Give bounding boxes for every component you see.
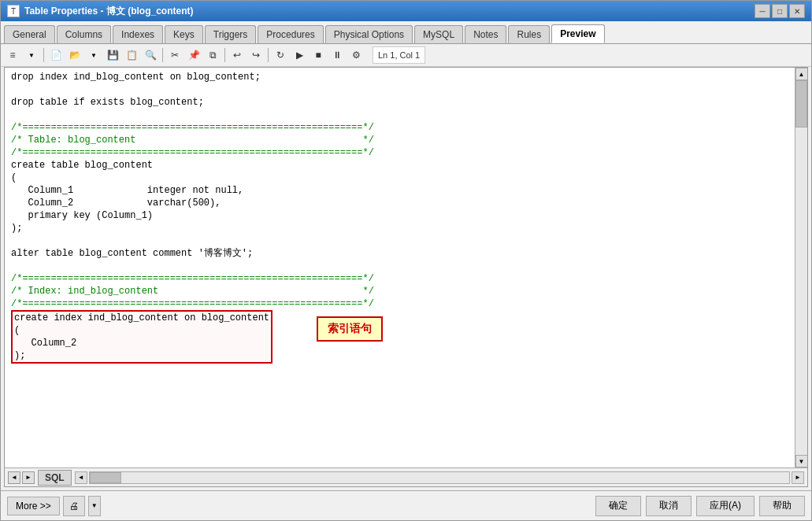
copy-button[interactable]: 📋 (123, 46, 140, 64)
apply-button[interactable]: 应用(A) (696, 496, 755, 516)
bottom-tab-bar: ◄ ► SQL ◄ ► (5, 467, 807, 486)
code-line-15: alter table blog_content comment '博客博文'; (11, 247, 788, 260)
redo-button[interactable]: ↪ (247, 46, 265, 64)
save-button[interactable]: 💾 (104, 46, 121, 64)
code-line-21: ( (14, 324, 269, 337)
index-region: create index ind_blog_content on blog_co… (11, 310, 273, 364)
tab-procedures[interactable]: Procedures (258, 25, 323, 43)
refresh-button[interactable]: ↻ (272, 46, 289, 64)
tab-bar: General Columns Indexes Keys Triggers Pr… (1, 21, 811, 44)
scroll-up-button[interactable]: ▲ (795, 68, 808, 80)
new-button[interactable]: 📄 (47, 46, 65, 64)
code-line-23: ); (14, 349, 269, 362)
maximize-button[interactable]: □ (772, 4, 788, 18)
footer-left: More >> 🖨 ▼ (7, 496, 101, 516)
footer-bar: More >> 🖨 ▼ 确定 取消 应用(A) 帮助 (1, 490, 811, 520)
horizontal-scrollbar[interactable] (89, 471, 790, 484)
step-button[interactable]: ⏸ (328, 46, 346, 64)
window-title: Table Properties - 博文 (blog_content) (24, 5, 193, 18)
print-button[interactable]: 🖨 (63, 496, 85, 516)
tab-nav-left-button[interactable]: ◄ (8, 471, 20, 484)
cancel-button[interactable]: 取消 (646, 496, 691, 516)
app-icon: T (7, 5, 20, 17)
tab-notes[interactable]: Notes (465, 25, 506, 43)
tab-mysql[interactable]: MySQL (414, 25, 463, 43)
tab-physical-options[interactable]: Physical Options (325, 25, 413, 43)
confirm-button[interactable]: 确定 (595, 496, 641, 516)
tab-triggers[interactable]: Triggers (205, 25, 257, 43)
tab-nav-buttons: ◄ ► (8, 471, 35, 484)
more-button[interactable]: More >> (7, 497, 60, 515)
code-line-12: primary key (Column_1) (11, 209, 788, 222)
title-bar-left: T Table Properties - 博文 (blog_content) (7, 5, 193, 18)
code-line-1: drop index ind_blog_content on blog_cont… (11, 71, 788, 83)
run-button[interactable]: ▶ (291, 46, 308, 64)
code-editor[interactable]: drop index ind_blog_content on blog_cont… (5, 68, 795, 467)
help-button[interactable]: 帮助 (759, 496, 805, 516)
index-highlight-box: create index ind_blog_content on blog_co… (11, 310, 273, 364)
tab-keys[interactable]: Keys (165, 25, 203, 43)
vertical-scrollbar[interactable]: ▲ ▼ (795, 68, 807, 467)
open-button[interactable]: 📂 (66, 46, 83, 64)
title-bar: T Table Properties - 博文 (blog_content) ─… (1, 1, 811, 21)
tab-nav-right-button[interactable]: ► (22, 471, 35, 484)
toolbar-separator-1 (43, 48, 44, 62)
code-padding (11, 364, 788, 467)
code-line-3: drop table if exists blog_content; (11, 96, 788, 109)
code-line-6: /* Table: blog_content */ (11, 134, 788, 146)
h-scroll-left-button[interactable]: ◄ (75, 471, 87, 484)
main-window: T Table Properties - 博文 (blog_content) ─… (0, 0, 812, 521)
find-button[interactable]: 🔍 (142, 46, 159, 64)
print-dropdown[interactable]: ▼ (88, 496, 101, 516)
editor-area: drop index ind_blog_content on blog_cont… (5, 68, 807, 467)
tab-indexes[interactable]: Indexes (113, 25, 163, 43)
tab-preview[interactable]: Preview (551, 24, 604, 43)
sql-tab[interactable]: SQL (38, 470, 72, 486)
code-line-19: /*======================================… (11, 297, 788, 310)
code-line-4 (11, 109, 788, 121)
toolbar: ≡ ▼ 📄 📂 ▼ 💾 📋 🔍 ✂ 📌 ⧉ ↩ ↪ ↻ ▶ ■ ⏸ ⚙ Ln 1… (1, 44, 811, 67)
toolbar-separator-4 (268, 48, 269, 62)
scroll-thumb[interactable] (795, 80, 807, 127)
code-line-5: /*======================================… (11, 121, 788, 134)
code-line-20: create index ind_blog_content on blog_co… (14, 312, 269, 324)
undo-button[interactable]: ↩ (228, 46, 246, 64)
paste-button[interactable]: 📌 (185, 46, 202, 64)
code-line-10: Column_1 integer not null, (11, 184, 788, 197)
align-dropdown[interactable]: ▼ (23, 46, 40, 64)
minimize-button[interactable]: ─ (755, 4, 770, 18)
tab-rules[interactable]: Rules (508, 25, 550, 43)
code-line-9: ( (11, 172, 788, 184)
cursor-position: Ln 1, Col 1 (373, 46, 425, 64)
callout-box: 索引语句 (317, 316, 383, 342)
scroll-track[interactable] (795, 80, 807, 455)
cut-button[interactable]: ✂ (166, 46, 184, 64)
debug-button[interactable]: ⚙ (347, 46, 365, 64)
copy2-button[interactable]: ⧉ (204, 46, 221, 64)
main-content: drop index ind_blog_content on blog_cont… (4, 67, 808, 487)
code-line-18: /* Index: ind_blog_content */ (11, 285, 788, 297)
tab-general[interactable]: General (4, 25, 55, 43)
close-button[interactable]: ✕ (789, 4, 805, 18)
toolbar-separator-2 (162, 48, 163, 62)
code-line-22: Column_2 (14, 337, 269, 349)
toolbar-separator-3 (224, 48, 225, 62)
h-scroll-thumb (90, 472, 121, 483)
code-line-16 (11, 260, 788, 272)
scroll-down-button[interactable]: ▼ (795, 455, 808, 467)
code-line-11: Column_2 varchar(500), (11, 197, 788, 209)
code-line-17: /*======================================… (11, 272, 788, 285)
align-left-button[interactable]: ≡ (4, 46, 21, 64)
code-line-7: /*======================================… (11, 146, 788, 159)
open-dropdown[interactable]: ▼ (85, 46, 102, 64)
footer-right: 确定 取消 应用(A) 帮助 (595, 496, 805, 516)
h-scroll-right-button[interactable]: ► (792, 471, 804, 484)
stop-button[interactable]: ■ (310, 46, 327, 64)
tab-columns[interactable]: Columns (57, 25, 111, 43)
code-line-8: create table blog_content (11, 159, 788, 172)
code-line-14 (11, 235, 788, 247)
code-line-2 (11, 83, 788, 96)
printer-icon: 🖨 (69, 501, 79, 512)
code-line-13: ); (11, 222, 788, 235)
window-controls: ─ □ ✕ (755, 4, 805, 18)
